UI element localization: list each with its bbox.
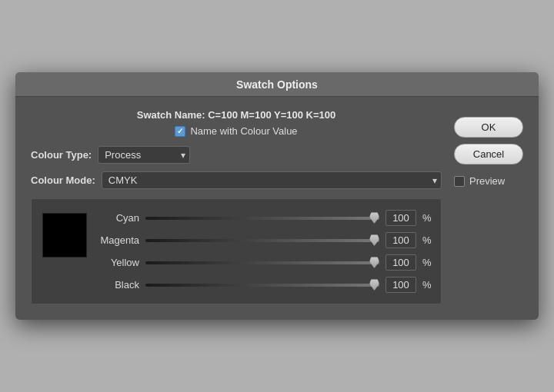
cyan-percent: % <box>422 212 430 224</box>
colour-type-select[interactable]: Process Spot <box>98 146 190 164</box>
name-with-colour-row: Name with Colour Value <box>31 125 442 137</box>
cyan-row: Cyan % <box>98 210 430 226</box>
preview-checkbox[interactable] <box>454 176 465 187</box>
swatch-options-dialog: Swatch Options Swatch Name: C=100 M=100 … <box>15 72 539 320</box>
black-row: Black % <box>98 277 430 293</box>
yellow-input[interactable] <box>385 254 416 271</box>
cancel-button[interactable]: Cancel <box>454 144 523 164</box>
colour-mode-row: Colour Mode: CMYK RGB Lab <box>31 171 442 189</box>
magenta-slider-wrapper <box>145 234 379 247</box>
main-area: Swatch Name: C=100 M=100 Y=100 K=100 Nam… <box>31 109 442 304</box>
ok-button[interactable]: OK <box>454 117 523 138</box>
yellow-slider[interactable] <box>145 261 379 264</box>
colour-type-label: Colour Type: <box>31 149 92 161</box>
black-input[interactable] <box>385 277 416 293</box>
preview-label: Preview <box>469 175 505 187</box>
name-with-colour-checkbox[interactable] <box>175 126 185 137</box>
swatch-color-preview <box>42 213 87 257</box>
dialog-title: Swatch Options <box>15 72 539 97</box>
swatch-name-value: C=100 M=100 Y=100 K=100 <box>208 109 335 121</box>
name-with-colour-label: Name with Colour Value <box>190 125 297 137</box>
colour-mode-select[interactable]: CMYK RGB Lab <box>102 171 442 189</box>
yellow-row: Yellow % <box>98 254 430 271</box>
sliders-area: Cyan % Magenta % <box>98 210 430 293</box>
magenta-label: Magenta <box>98 234 139 246</box>
cyan-label: Cyan <box>98 212 139 224</box>
swatch-name-label: Swatch Name: <box>137 109 205 121</box>
dialog-body: Swatch Name: C=100 M=100 Y=100 K=100 Nam… <box>15 97 539 320</box>
magenta-slider[interactable] <box>145 239 379 242</box>
black-slider-wrapper <box>145 278 379 292</box>
colour-mode-label: Colour Mode: <box>31 174 95 186</box>
black-percent: % <box>422 279 430 291</box>
cyan-slider[interactable] <box>145 217 379 220</box>
yellow-label: Yellow <box>98 257 139 268</box>
cyan-input[interactable] <box>385 210 416 226</box>
swatch-name-row: Swatch Name: C=100 M=100 Y=100 K=100 <box>31 109 442 121</box>
cyan-slider-wrapper <box>145 211 379 225</box>
magenta-row: Magenta % <box>98 232 430 248</box>
magenta-percent: % <box>422 234 430 246</box>
colour-type-select-wrapper: Process Spot <box>98 146 190 164</box>
button-panel: OK Cancel Preview <box>454 109 523 304</box>
magenta-input[interactable] <box>385 232 416 248</box>
black-label: Black <box>98 279 139 291</box>
black-slider[interactable] <box>145 284 379 287</box>
yellow-percent: % <box>422 257 430 268</box>
preview-row: Preview <box>454 175 523 187</box>
color-panel: Cyan % Magenta % <box>31 198 442 304</box>
colour-type-row: Colour Type: Process Spot <box>31 146 442 164</box>
yellow-slider-wrapper <box>145 256 379 270</box>
colour-mode-select-wrapper: CMYK RGB Lab <box>102 171 442 189</box>
